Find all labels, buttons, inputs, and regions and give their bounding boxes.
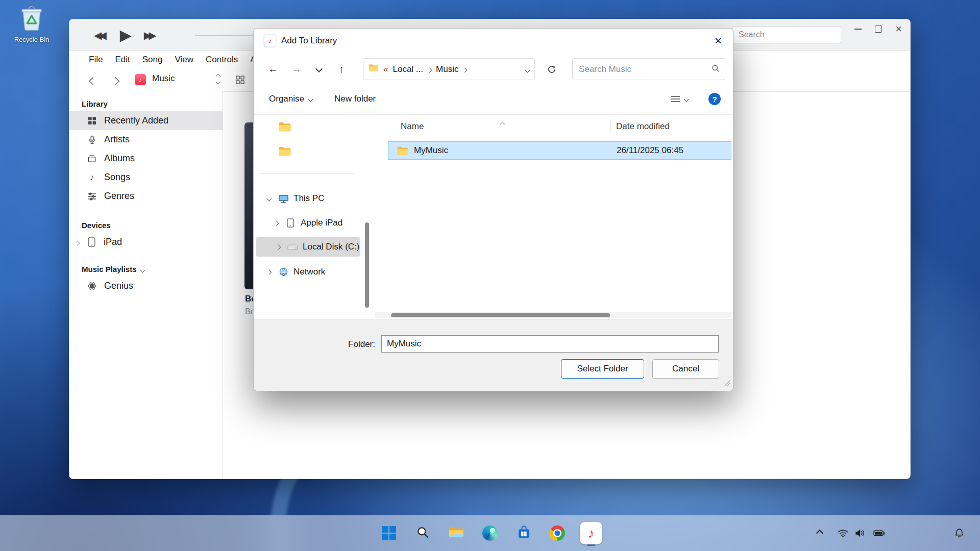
file-row-mymusic[interactable]: MyMusic 26/11/2025 06:45 [388,141,731,160]
library-picker-chevrons-icon[interactable] [216,74,220,84]
menu-controls[interactable]: Controls [200,55,244,65]
address-bar[interactable]: « Local ... Music [363,58,535,80]
organise-button[interactable]: Organise [269,84,312,114]
tree-item-label: Network [293,267,325,277]
file-date-modified: 26/11/2025 06:45 [617,145,683,156]
dialog-toolbar: Organise New folder ? [254,84,733,114]
nav-forward-button[interactable]: → [286,54,307,84]
cancel-button[interactable]: Cancel [652,359,719,379]
nav-up-button[interactable]: ↑ [331,54,352,84]
battery-icon[interactable] [871,530,887,537]
recent-locations-icon[interactable] [310,54,328,84]
sidebar-item-label: Genres [104,191,134,202]
genres-icon [87,192,97,201]
recycle-bin-shortcut[interactable]: Recycle Bin [9,5,54,43]
expand-chevron-icon[interactable] [265,197,273,201]
minimize-button[interactable] [854,29,862,30]
apple-music-button[interactable]: ♪ [579,521,603,545]
tree-item-local-disk[interactable]: Local Disk (C:) [256,237,360,257]
menu-file[interactable]: File [83,55,109,65]
sidebar-item-songs[interactable]: ♪ Songs [69,168,223,187]
chrome-button[interactable] [546,521,569,545]
nav-forward-icon[interactable] [112,77,118,86]
resize-grip[interactable] [723,379,730,388]
help-button[interactable]: ? [708,93,721,105]
scrollbar-thumb[interactable] [365,222,369,308]
recycle-bin-label: Recycle Bin [9,36,54,43]
dialog-search-field[interactable] [572,58,725,80]
expand-chevron-icon[interactable] [274,245,282,249]
dialog-close-button[interactable]: × [704,30,732,52]
start-button[interactable] [377,521,401,545]
library-picker[interactable]: Music [152,73,175,84]
breadcrumb-separator-icon[interactable] [463,64,467,74]
hidden-icons-chevron[interactable] [813,531,827,536]
breadcrumb-overflow[interactable]: « [383,64,388,74]
menu-edit[interactable]: Edit [109,55,136,65]
folder-icon[interactable] [278,121,291,134]
column-divider[interactable] [610,119,610,133]
close-window-button[interactable]: × [895,23,902,35]
window-controls: × [854,22,902,36]
sidebar-item-ipad[interactable]: iPad [69,233,223,252]
notification-bell-icon[interactable] [950,528,968,539]
folder-icon[interactable] [278,146,291,159]
taskbar: ♪ [0,515,980,551]
app-search-input[interactable] [732,26,841,43]
breadcrumb-item[interactable]: Music [436,64,458,74]
refresh-button[interactable] [542,58,562,80]
tree-item-this-pc[interactable]: This PC [254,189,361,208]
edge-button[interactable] [478,521,502,545]
address-dropdown-icon[interactable] [526,64,529,74]
dialog-nav-row: ← → ↑ « Local ... Music [254,54,733,84]
sidebar-item-genius[interactable]: Genius [69,277,223,295]
grid-view-icon[interactable] [236,76,244,86]
rewind-button[interactable]: ◀◀ [94,29,108,41]
sidebar-item-albums[interactable]: Albums [69,149,223,168]
nav-back-icon[interactable] [90,77,96,86]
scrollbar-thumb[interactable] [391,313,610,317]
microsoft-store-button[interactable] [512,521,535,545]
view-options-button[interactable] [670,84,688,114]
search-icon [416,525,429,541]
taskbar-search-button[interactable] [411,521,434,545]
tree-item-network[interactable]: Network [254,262,361,282]
nav-back-button[interactable]: ← [263,54,283,84]
ipad-icon [86,237,96,247]
new-folder-button[interactable]: New folder [334,84,376,114]
file-explorer-icon [448,525,464,541]
wifi-icon[interactable] [835,529,850,538]
navigation-pane: This PC Apple iPad Local Disk (C:) [254,114,362,319]
folder-icon [397,146,409,156]
vertical-scrollbar[interactable] [364,114,370,319]
collapse-chevron-icon[interactable] [141,265,144,273]
breadcrumb-separator-icon[interactable] [428,64,431,74]
play-button[interactable]: ▶ [120,26,132,44]
select-folder-button[interactable]: Select Folder [561,359,644,379]
expand-chevron-icon[interactable] [272,221,280,225]
sidebar-item-artists[interactable]: Artists [69,130,223,149]
fast-forward-button[interactable]: ▶▶ [144,29,158,41]
menu-song[interactable]: Song [136,55,169,65]
app-search-field[interactable] [732,26,841,43]
expand-chevron-icon[interactable] [265,270,273,274]
maximize-button[interactable] [875,26,882,33]
column-header-name[interactable]: Name [401,121,424,132]
tree-item-apple-ipad[interactable]: Apple iPad [254,213,361,233]
column-header-date-modified[interactable]: Date modified [616,121,670,132]
horizontal-scrollbar[interactable] [375,312,731,318]
folder-name-field[interactable] [381,335,719,353]
sidebar-item-recently-added[interactable]: Recently Added [69,111,223,130]
disclosure-icon[interactable] [76,237,79,247]
file-list: Name Date modified MyMusic 26/11/2025 06… [375,114,732,319]
folder-name-input[interactable] [381,335,719,353]
windows-logo-icon [382,526,396,540]
breadcrumb-item[interactable]: Local ... [393,64,423,74]
sidebar-library-header: Library [82,99,223,108]
sidebar-item-genres[interactable]: Genres [69,187,223,206]
menu-view[interactable]: View [168,55,200,65]
volume-icon[interactable] [852,529,868,538]
tree-item-label: This PC [293,193,324,204]
file-explorer-button[interactable] [445,521,468,545]
dialog-search-input[interactable] [578,64,712,75]
